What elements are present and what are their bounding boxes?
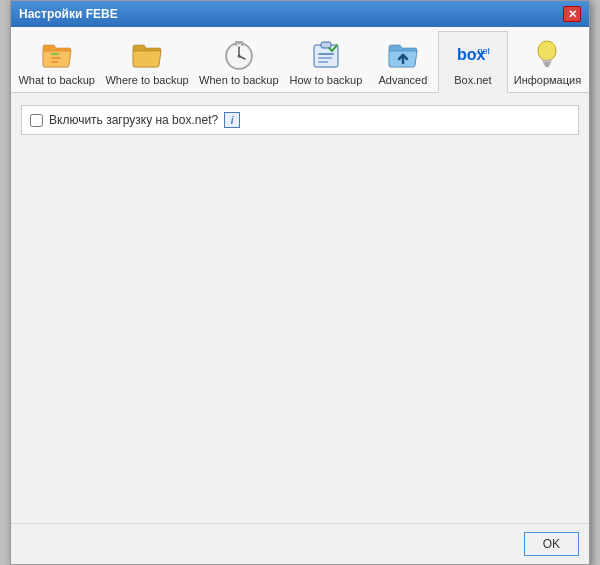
what-to-backup-icon bbox=[39, 36, 75, 72]
svg-rect-13 bbox=[318, 53, 334, 55]
tab-when-label: When to backup bbox=[199, 74, 279, 86]
svg-rect-0 bbox=[51, 53, 59, 55]
tab-bar: What to backup Where to backup bbox=[11, 27, 589, 93]
tab-where[interactable]: Where to backup bbox=[100, 31, 193, 93]
tab-when[interactable]: When to backup bbox=[194, 31, 284, 93]
enable-boxnet-label[interactable]: Включить загрузку на box.net? bbox=[49, 113, 218, 127]
svg-text:.net: .net bbox=[475, 46, 491, 56]
svg-rect-21 bbox=[544, 63, 550, 65]
svg-point-7 bbox=[237, 55, 240, 58]
svg-rect-22 bbox=[545, 65, 549, 67]
main-window: Настройки FEBE ✕ What to backup bbox=[10, 0, 590, 565]
enable-boxnet-checkbox[interactable] bbox=[30, 114, 43, 127]
footer: OK bbox=[11, 523, 589, 564]
svg-rect-15 bbox=[318, 61, 328, 63]
tab-where-label: Where to backup bbox=[105, 74, 188, 86]
info-tooltip-icon[interactable]: i bbox=[224, 112, 240, 128]
tab-how[interactable]: How to backup bbox=[284, 31, 368, 93]
svg-rect-2 bbox=[51, 61, 58, 63]
boxnet-icon: box .net bbox=[455, 36, 491, 72]
tab-what-label: What to backup bbox=[18, 74, 94, 86]
svg-rect-12 bbox=[321, 42, 331, 48]
svg-rect-10 bbox=[241, 41, 243, 46]
tab-advanced-label: Advanced bbox=[378, 74, 427, 86]
tab-info-label: Информация bbox=[514, 74, 581, 86]
how-to-backup-icon bbox=[308, 36, 344, 72]
close-button[interactable]: ✕ bbox=[563, 6, 581, 22]
when-to-backup-icon bbox=[221, 36, 257, 72]
tab-boxnet-label: Box.net bbox=[454, 74, 491, 86]
information-icon bbox=[529, 36, 565, 72]
tab-how-label: How to backup bbox=[290, 74, 363, 86]
window-title: Настройки FEBE bbox=[19, 7, 118, 21]
tab-info[interactable]: Информация bbox=[508, 31, 587, 93]
svg-rect-9 bbox=[235, 41, 237, 46]
enable-boxnet-row: Включить загрузку на box.net? i bbox=[21, 105, 579, 135]
tab-boxnet[interactable]: box .net Box.net bbox=[438, 31, 508, 93]
tab-advanced[interactable]: Advanced bbox=[368, 31, 438, 93]
content-area: Включить загрузку на box.net? i bbox=[11, 93, 589, 523]
ok-button[interactable]: OK bbox=[524, 532, 579, 556]
where-to-backup-icon bbox=[129, 36, 165, 72]
advanced-icon bbox=[385, 36, 421, 72]
title-bar: Настройки FEBE ✕ bbox=[11, 1, 589, 27]
svg-rect-14 bbox=[318, 57, 332, 59]
svg-rect-1 bbox=[51, 57, 61, 59]
svg-rect-20 bbox=[543, 60, 551, 63]
tab-what[interactable]: What to backup bbox=[13, 31, 100, 93]
